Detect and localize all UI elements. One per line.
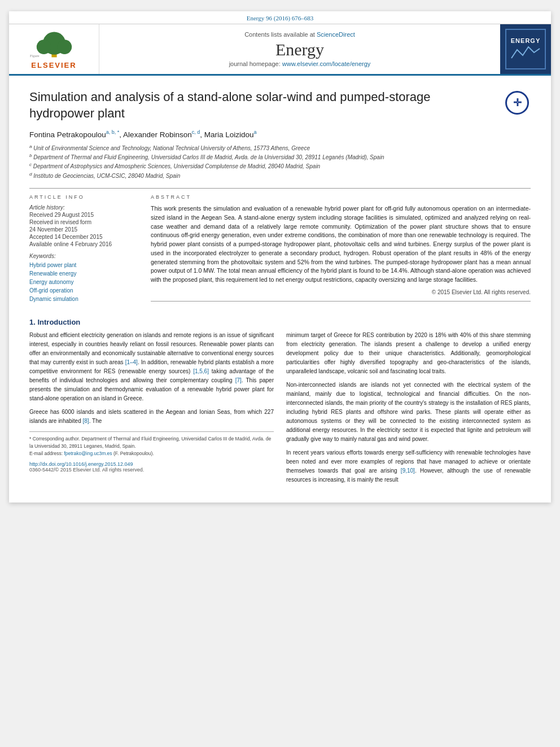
copyright-line: © 2015 Elsevier Ltd. All rights reserved… (151, 289, 531, 302)
intro-col2-p2: Non-interconnected islands are islands n… (286, 381, 531, 444)
article-info-heading: ARTICLE INFO (29, 194, 139, 200)
author1-name: Fontina Petrakopoulou (29, 130, 106, 139)
elsevier-tree-icon: Figure (23, 29, 85, 60)
keyword-3: Energy autonomy (29, 278, 139, 286)
svg-point-2 (36, 40, 51, 54)
elsevier-wordmark: ELSEVIER (31, 61, 76, 69)
doi-link[interactable]: http://dx.doi.org/10.1016/j.energy.2015.… (29, 461, 274, 467)
affiliation-d: d Instituto de Geociencias, UCM-CSIC, 28… (29, 171, 531, 180)
footnote-section: * Corresponding author. Department of Th… (29, 431, 274, 457)
contents-available-line: Contents lists available at ScienceDirec… (244, 31, 355, 38)
citation-text: Energy 96 (2016) 676–683 (247, 15, 314, 21)
author3-name: , Maria Loizidou (200, 130, 253, 139)
crossmark-badge: ✛ (504, 89, 531, 116)
energy-logo-text: ENERGY (511, 37, 540, 44)
author1-sup: a, b, * (106, 129, 120, 135)
info-abstract-section: ARTICLE INFO Article history: Received 2… (29, 188, 531, 303)
body-col-right: minimum target of Greece for RES contrib… (286, 331, 531, 489)
author2-name: , Alexander Robinson (119, 130, 191, 139)
footnote-email: E-mail address: fpetrako@ing.uc3m.es (F.… (29, 450, 274, 457)
abstract-text: This work presents the simulation and ev… (151, 204, 531, 285)
journal-center-info: Contents lists available at ScienceDirec… (99, 24, 500, 74)
keyword-2: Renewable energy (29, 269, 139, 278)
intro-col2-p1: minimum target of Greece for RES contrib… (286, 331, 531, 376)
homepage-line: journal homepage: www.elsevier.com/locat… (229, 60, 371, 67)
elsevier-logo-section: Figure ELSEVIER (9, 24, 99, 74)
homepage-link[interactable]: www.elsevier.com/locate/energy (282, 60, 371, 67)
keywords-label: Keywords: (29, 253, 139, 259)
article-page: Energy 96 (2016) 676–683 Figure ELSEVIER… (9, 11, 551, 503)
title-section: Simulation and analysis of a stand-alone… (29, 89, 531, 121)
journal-header: Figure ELSEVIER Contents lists available… (9, 24, 551, 76)
crossmark-icon: ✛ (505, 91, 529, 115)
energy-logo-graphic (509, 44, 542, 61)
article-info-col: ARTICLE INFO Article history: Received 2… (29, 194, 139, 303)
body-two-col: Robust and efficient electricity generat… (29, 331, 531, 489)
affiliation-c: c Department of Astrophysics and Atmosph… (29, 161, 531, 171)
keyword-4: Off-grid operation (29, 286, 139, 295)
article-body: Simulation and analysis of a stand-alone… (9, 76, 551, 503)
journal-title: Energy (275, 40, 324, 59)
author2-sup: c, d (192, 129, 200, 135)
article-history-label: Article history: (29, 204, 139, 211)
issn-text: 0360-5442/© 2015 Elsevier Ltd. All right… (29, 467, 274, 473)
article-title: Simulation and analysis of a stand-alone… (29, 89, 495, 121)
date-received: Received 29 August 2015 (29, 212, 139, 218)
footnote-corresponding: * Corresponding author. Department of Th… (29, 435, 274, 450)
date-revised-label: Received in revised form (29, 219, 139, 225)
date-online: Available online 4 February 2016 (29, 241, 139, 247)
date-revised: 24 November 2015 (29, 226, 139, 233)
abstract-heading: ABSTRACT (151, 194, 531, 200)
body-section: 1. Introduction Robust and efficient ele… (29, 309, 531, 489)
svg-point-3 (57, 40, 72, 54)
keyword-5: Dynamic simulation (29, 295, 139, 303)
affiliation-a: a Unit of Environmental Science and Tech… (29, 143, 531, 152)
energy-logo-box: ENERGY (505, 29, 546, 69)
affiliation-b: b Department of Thermal and Fluid Engine… (29, 152, 531, 161)
section1-heading: 1. Introduction (29, 318, 531, 326)
authors-line: Fontina Petrakopouloua, b, *, Alexander … (29, 129, 531, 139)
abstract-col: ABSTRACT This work presents the simulati… (151, 194, 531, 303)
intro-col2-p3: In recent years various efforts towards … (286, 448, 531, 484)
affiliations-section: a Unit of Environmental Science and Tech… (29, 143, 531, 180)
author3-sup: a (254, 129, 257, 135)
intro-p1: Robust and efficient electricity generat… (29, 331, 274, 403)
citation-bar: Energy 96 (2016) 676–683 (9, 11, 551, 24)
date-accepted: Accepted 14 December 2015 (29, 234, 139, 240)
svg-text:Figure: Figure (29, 54, 39, 58)
body-col-left: Robust and efficient electricity generat… (29, 331, 274, 489)
energy-logo-section: ENERGY (500, 24, 551, 74)
sciencedirect-link[interactable]: ScienceDirect (317, 31, 355, 38)
footer-links: http://dx.doi.org/10.1016/j.energy.2015.… (29, 461, 274, 473)
keyword-1: Hybrid power plant (29, 261, 139, 269)
intro-p2: Greece has 6000 islands and islets scatt… (29, 408, 274, 426)
